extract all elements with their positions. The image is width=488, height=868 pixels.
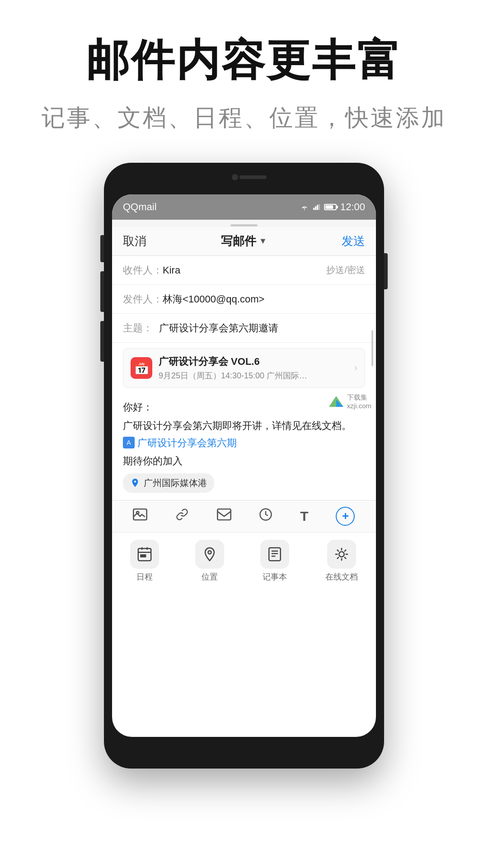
status-bar: QQmail: [112, 194, 376, 220]
subject-value[interactable]: 广研设计分享会第六期邀请: [159, 321, 365, 335]
compose-header: 取消 写邮件 ▼ 发送: [112, 227, 376, 256]
phone-camera: [232, 174, 238, 180]
svg-rect-2: [317, 205, 318, 210]
svg-rect-8: [218, 509, 231, 520]
body-content: 广研设计分享会第六期即将开讲，详情见在线文档。 A 广研设计分享会第六期: [123, 418, 365, 451]
top-section: 邮件内容更丰富 记事、文档、日程、位置，快速添加: [0, 0, 488, 152]
svg-rect-12: [144, 555, 145, 557]
location-text: 广州国际媒体港: [144, 477, 207, 489]
tab-online-doc[interactable]: 在线文档: [325, 540, 358, 582]
event-calendar-icon: 📅: [131, 357, 152, 379]
sub-title: 记事、文档、日程、位置，快速添加: [27, 102, 461, 134]
compose-title-dropdown-icon[interactable]: ▼: [259, 236, 267, 246]
scroll-indicator: [371, 330, 373, 366]
svg-rect-1: [315, 206, 316, 210]
power-button: [384, 253, 388, 289]
phone-screen: QQmail: [112, 194, 376, 737]
cc-bcc-button[interactable]: 抄送/密送: [326, 264, 365, 276]
location-tab-label: 位置: [202, 571, 218, 582]
from-value: 林海<10000@qq.com>: [163, 292, 365, 306]
online-doc-tab-icon: [334, 547, 349, 562]
svg-line-22: [337, 557, 339, 559]
document-icon: A: [123, 437, 135, 448]
add-more-toolbar-button[interactable]: +: [336, 507, 355, 526]
svg-rect-0: [313, 208, 314, 210]
event-card[interactable]: 📅 广研设计分享会 VOL.6 9月25日（周五）14:30-15:00 广州国…: [123, 348, 365, 388]
from-label: 发件人：: [123, 292, 163, 306]
inline-document-link[interactable]: A 广研设计分享会第六期: [123, 435, 237, 451]
wifi-icon: [300, 203, 310, 211]
compose-title-text: 写邮件: [221, 233, 256, 249]
document-link-text[interactable]: 广研设计分享会第六期: [137, 435, 237, 451]
tab-location[interactable]: 位置: [195, 540, 224, 582]
event-title: 广研设计分享会 VOL.6: [159, 355, 354, 368]
notes-tab-label: 记事本: [263, 571, 287, 582]
drag-bar: [230, 224, 258, 226]
svg-rect-14: [269, 548, 281, 561]
watermark-text: 下载集xzji.com: [347, 393, 371, 410]
time-label: 12:00: [340, 201, 365, 213]
notes-tab-icon-box: [260, 540, 289, 569]
email-toolbar-icon[interactable]: [217, 508, 231, 524]
location-pin-icon: [130, 478, 140, 488]
phone-mockup: QQmail: [104, 163, 384, 787]
battery-icon: [324, 204, 337, 210]
calendar-tab-icon: [137, 547, 152, 562]
status-icons: 12:00: [300, 201, 365, 213]
svg-marker-5: [336, 400, 343, 407]
online-doc-tab-label: 在线文档: [325, 571, 358, 582]
svg-point-15: [339, 552, 344, 557]
tab-calendar[interactable]: 日程: [130, 540, 159, 582]
svg-line-21: [344, 557, 346, 559]
svg-point-13: [208, 551, 211, 554]
body-content-text: 广研设计分享会第六期即将开讲，详情见在线文档。: [123, 420, 352, 431]
image-toolbar-icon[interactable]: [133, 508, 147, 524]
location-tab-icon-box: [195, 540, 224, 569]
online-doc-tab-icon-box: [327, 540, 356, 569]
email-body: 下载集xzji.com 你好： 广研设计分享会第六期即将开讲，详情见在线文档。 …: [112, 393, 376, 500]
phone-shell: QQmail: [104, 163, 384, 769]
notes-tab-icon: [267, 547, 282, 562]
compose-title: 写邮件 ▼: [221, 233, 267, 249]
svg-line-20: [337, 550, 339, 552]
bottom-tabbar: 日程 位置: [112, 533, 376, 587]
clock-toolbar-icon[interactable]: [259, 508, 272, 525]
event-arrow-icon: ›: [354, 362, 357, 374]
svg-rect-11: [141, 555, 143, 557]
compose-toolbar: T +: [112, 500, 376, 533]
drag-indicator: [112, 220, 376, 227]
location-tab-icon: [202, 547, 217, 562]
to-value[interactable]: Kira: [163, 264, 326, 276]
to-label: 收件人：: [123, 264, 163, 277]
attachment-toolbar-icon[interactable]: [175, 508, 189, 524]
subject-label: 主题：: [123, 321, 159, 335]
location-pill[interactable]: 广州国际媒体港: [123, 473, 214, 493]
event-time: 9月25日（周五）14:30-15:00 广州国际…: [159, 370, 354, 381]
to-field: 收件人： Kira 抄送/密送: [112, 256, 376, 285]
from-field: 发件人： 林海<10000@qq.com>: [112, 285, 376, 314]
main-title: 邮件内容更丰富: [27, 36, 461, 84]
text-format-toolbar-icon[interactable]: T: [300, 509, 308, 524]
phone-speaker: [239, 175, 267, 179]
volume-up-button: [100, 271, 104, 312]
cancel-button[interactable]: 取消: [123, 233, 146, 249]
subject-field: 主题： 广研设计分享会第六期邀请: [112, 314, 376, 343]
watermark: 下载集xzji.com: [327, 393, 371, 410]
send-button[interactable]: 发送: [342, 233, 365, 249]
event-info: 广研设计分享会 VOL.6 9月25日（周五）14:30-15:00 广州国际…: [159, 355, 354, 381]
signal-icon: [313, 203, 320, 211]
watermark-logo-icon: [327, 395, 345, 408]
calendar-tab-label: 日程: [136, 571, 153, 582]
calendar-tab-icon-box: [130, 540, 159, 569]
body-closing: 期待你的加入: [123, 454, 365, 468]
svg-line-23: [344, 550, 346, 552]
volume-down-button: [100, 321, 104, 362]
volume-silent-button: [100, 235, 104, 262]
tab-notes[interactable]: 记事本: [260, 540, 289, 582]
svg-rect-3: [319, 204, 320, 210]
app-name-label: QQmail: [123, 201, 157, 213]
